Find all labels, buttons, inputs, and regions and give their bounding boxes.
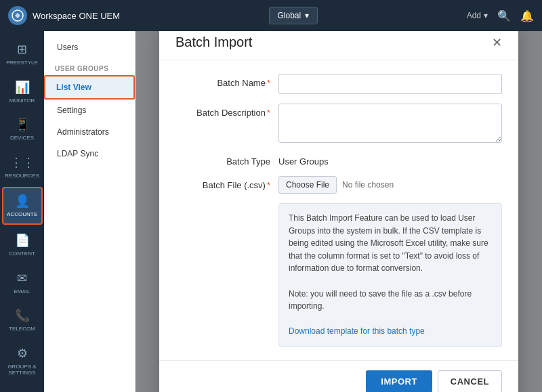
content-icon: 📄 — [15, 233, 30, 248]
batch-type-value: User Groups — [278, 152, 502, 167]
modal-footer: IMPORT CANCEL — [159, 360, 518, 392]
batch-description-input[interactable] — [278, 104, 502, 143]
main-layout: ⊞ Freestyle 📊 Monitor 📱 Devices ⋮⋮ Resou… — [0, 31, 542, 392]
logo-icon — [8, 6, 27, 25]
info-box: This Batch Import Feature can be used to… — [278, 203, 502, 347]
app-logo: Workspace ONE UEM — [8, 6, 120, 25]
sidebar-item-email[interactable]: ✉ Email — [2, 265, 43, 301]
sidebar-item-freestyle[interactable]: ⊞ Freestyle — [2, 37, 43, 72]
batch-name-row: Batch Name* — [175, 74, 502, 94]
batch-description-label: Batch Description* — [175, 104, 270, 118]
topbar: Workspace ONE UEM Global ▾ Add ▾ 🔍 🔔 — [0, 0, 542, 31]
sub-sidebar-item-administrators[interactable]: Administrators — [44, 121, 135, 143]
topbar-right: Add ▾ 🔍 🔔 — [467, 9, 534, 22]
batch-type-row: Batch Type User Groups — [175, 152, 502, 167]
accounts-icon: 👤 — [15, 194, 30, 209]
monitor-icon: 📊 — [15, 80, 30, 95]
sidebar-item-groups[interactable]: ⚙ Groups & Settings — [2, 341, 43, 382]
sub-sidebar-item-list-view[interactable]: List View — [44, 75, 135, 100]
batch-name-input[interactable] — [278, 74, 502, 94]
email-icon: ✉ — [17, 271, 27, 286]
sidebar-item-monitor[interactable]: 📊 Monitor — [2, 74, 43, 110]
cancel-button[interactable]: CANCEL — [438, 370, 502, 392]
import-button[interactable]: IMPORT — [366, 370, 432, 392]
batch-file-label: Batch File (.csv)* — [175, 176, 270, 190]
batch-file-row: Batch File (.csv)* Choose File No file c… — [175, 176, 502, 194]
resources-icon: ⋮⋮ — [10, 155, 35, 170]
choose-file-button[interactable]: Choose File — [278, 176, 337, 194]
sidebar-item-accounts[interactable]: 👤 Accounts — [2, 187, 43, 225]
modal-overlay: Batch Import ✕ Batch Name* — [136, 31, 542, 392]
telecom-icon: 📞 — [15, 308, 30, 323]
sub-sidebar-section-user-groups: User Groups — [44, 58, 135, 75]
batch-name-label: Batch Name* — [175, 74, 270, 88]
sidebar-item-content[interactable]: 📄 Content — [2, 227, 43, 263]
modal-title: Batch Import — [175, 35, 252, 50]
sidebar: ⊞ Freestyle 📊 Monitor 📱 Devices ⋮⋮ Resou… — [0, 31, 44, 392]
batch-type-label: Batch Type — [175, 152, 270, 167]
file-input-row: Choose File No file chosen — [278, 176, 502, 194]
modal-header: Batch Import ✕ — [159, 31, 518, 60]
notifications-icon[interactable]: 🔔 — [520, 9, 534, 22]
batch-description-row: Batch Description* — [175, 104, 502, 143]
global-selector[interactable]: Global ▾ — [269, 7, 318, 24]
info-note: Note: you will need to save the file as … — [289, 288, 492, 313]
sub-sidebar-item-ldap-sync[interactable]: LDAP Sync — [44, 143, 135, 165]
batch-import-modal: Batch Import ✕ Batch Name* — [159, 31, 518, 392]
groups-icon: ⚙ — [17, 346, 28, 361]
sidebar-item-telecom[interactable]: 📞 Telecom — [2, 303, 43, 338]
modal-close-button[interactable]: ✕ — [492, 37, 502, 49]
download-template-link[interactable]: Download template for this batch type — [289, 326, 425, 336]
modal-body: Batch Name* Batch Description* — [159, 60, 518, 360]
devices-icon: 📱 — [15, 117, 30, 132]
freestyle-icon: ⊞ — [17, 42, 27, 57]
no-file-text: No file chosen — [342, 180, 394, 190]
app-name: Workspace ONE UEM — [33, 11, 120, 21]
sub-sidebar-item-users[interactable]: Users — [44, 37, 135, 58]
sub-sidebar: Users User Groups List View Settings Adm… — [44, 31, 136, 392]
sidebar-item-resources[interactable]: ⋮⋮ Resources — [2, 150, 43, 185]
sub-sidebar-item-settings[interactable]: Settings — [44, 100, 135, 121]
add-button[interactable]: Add ▾ — [467, 11, 488, 20]
info-text: This Batch Import Feature can be used to… — [289, 212, 492, 275]
topbar-center: Global ▾ — [269, 7, 318, 24]
content-area: Batch Import ✕ Batch Name* — [136, 31, 542, 392]
sidebar-item-devices[interactable]: 📱 Devices — [2, 112, 43, 147]
search-icon[interactable]: 🔍 — [497, 9, 511, 22]
